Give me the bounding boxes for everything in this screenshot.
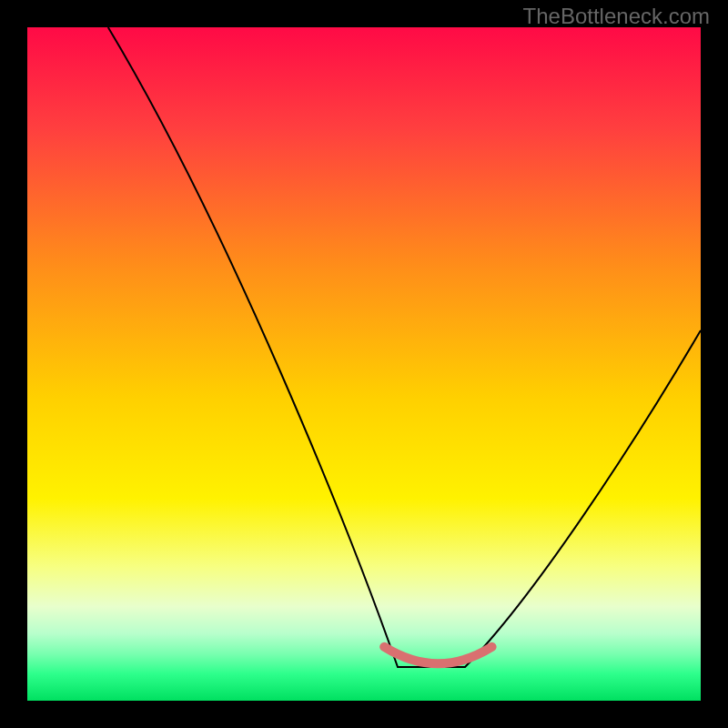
plot-area <box>27 27 701 701</box>
watermark-text: TheBottleneck.com <box>523 4 710 29</box>
chart-svg <box>0 0 728 728</box>
chart-container: TheBottleneck.com <box>0 0 728 728</box>
